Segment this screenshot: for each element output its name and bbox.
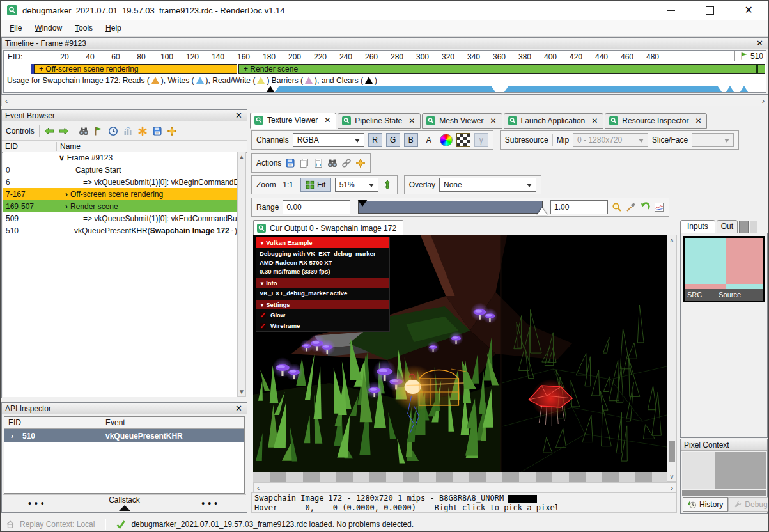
event-row[interactable]: 0Capture Start [3,164,237,176]
usage-event-marker[interactable] [265,86,276,93]
open-custom-shader-button[interactable] [313,158,323,168]
menu-help[interactable]: Help [99,21,128,35]
viewport-vscrollbar[interactable]: ∧ ∨ [667,235,677,482]
zoom-fit-button[interactable]: Fit [300,178,331,192]
menu-tools[interactable]: Tools [68,21,99,35]
scroll-up-icon[interactable]: ∧ [669,237,674,244]
close-tab-icon[interactable]: ✕ [490,116,496,125]
eid-tick[interactable]: 140 [212,52,224,61]
eid-tick[interactable]: 220 [314,52,327,61]
tab-mesh-viewer[interactable]: Mesh Viewer✕ [422,113,502,129]
copy-button[interactable] [299,158,309,168]
usage-event-marker[interactable] [739,86,749,93]
close-tab-icon[interactable]: ✕ [591,116,598,125]
zoom-level-select[interactable]: 51% [335,178,378,192]
flip-y-button[interactable] [382,180,392,190]
viewport-hscrollbar[interactable]: ‹ › [253,482,677,492]
eid-tick[interactable]: 160 [237,52,250,61]
eid-tick[interactable]: 380 [518,52,531,61]
close-panel-icon[interactable]: ✕ [234,111,244,120]
eid-tick[interactable]: 80 [137,52,145,61]
overlay-select[interactable]: None [439,178,536,192]
tab-launch-application[interactable]: Launch Application✕ [504,113,604,129]
open-resource-button[interactable] [341,158,352,168]
eid-tick[interactable]: 360 [493,52,506,61]
eid-tick[interactable]: 280 [391,52,403,61]
extensions-button[interactable] [355,158,366,168]
api-event-row[interactable]: › 510 vkQueuePresentKHR [4,429,244,442]
range-slider[interactable] [358,201,543,214]
range-black-point-handle[interactable] [357,199,368,207]
usage-event-marker[interactable] [725,86,735,93]
tab-scroll-button[interactable] [750,221,757,233]
usage-span-marker[interactable] [274,86,497,93]
debug-button[interactable]: Debug [728,497,769,512]
eid-tick[interactable]: 180 [263,52,276,61]
close-panel-icon[interactable]: ✕ [755,39,765,47]
eid-tick[interactable]: 480 [646,52,659,61]
eid-tick[interactable]: 200 [288,52,301,61]
eid-tick[interactable]: 340 [467,52,480,61]
chevron-right-icon[interactable]: › [11,432,13,441]
expand-callstack-icon[interactable] [119,505,130,511]
tab-resource-inspector[interactable]: Resource Inspector✕ [605,113,707,129]
range-min-input[interactable]: 0.00 [283,200,350,214]
eid-tick[interactable]: 120 [186,52,199,61]
close-panel-icon[interactable]: ✕ [234,404,244,412]
eid-tick[interactable]: 440 [595,52,608,61]
tab-inputs[interactable]: Inputs [680,220,715,233]
menu-file[interactable]: File [3,21,28,35]
range-max-input[interactable]: 1.00 [550,200,608,214]
red-channel-button[interactable]: R [368,133,382,147]
event-row[interactable]: 509=> vkQueueSubmit(1)[0]: vkEndCommandB… [3,212,237,224]
input-thumbnail[interactable]: SRC Source [683,236,765,302]
eid-tick[interactable]: 100 [160,52,173,61]
mip-select[interactable]: 0 - 1280x720 [573,133,648,147]
bookmark-button[interactable] [137,126,148,136]
event-row[interactable]: 6=> vkQueueSubmit(1)[0]: vkBeginCommandB… [3,176,237,188]
eid-tick[interactable]: 260 [365,52,378,61]
slice-select[interactable] [692,133,734,147]
range-white-point-handle[interactable] [537,208,547,215]
green-channel-button[interactable]: G [386,133,400,147]
blue-channel-button[interactable]: B [404,133,418,147]
vscroll-thumb[interactable] [669,441,675,462]
tab-outputs[interactable]: Out [717,220,738,233]
zoom-range-button[interactable] [612,202,622,212]
eid-tick[interactable]: 460 [621,52,633,61]
save-texture-button[interactable] [285,158,295,168]
scroll-down-icon[interactable]: ▼ [238,388,245,395]
chevron-right-icon[interactable]: › [65,202,68,211]
eid-tick[interactable]: 20 [60,52,68,61]
scroll-left-icon[interactable]: ‹ [5,96,8,106]
close-tab-icon[interactable]: ✕ [695,116,701,125]
scroll-left-icon[interactable]: ‹ [257,483,260,492]
menu-window[interactable]: Window [28,21,68,35]
checkerboard-background-button[interactable] [456,133,470,147]
eid-tick[interactable]: 320 [442,52,454,61]
callstack-bar[interactable]: ••• Callstack ••• [3,494,246,512]
extensions-button[interactable] [167,126,177,136]
replay-context-label[interactable]: Replay Context: Local [20,520,95,529]
export-button[interactable] [152,126,162,136]
pixel-context-preview[interactable] [682,452,766,489]
time-actions-button[interactable] [108,126,118,136]
stats-button[interactable] [123,126,133,136]
event-row[interactable]: 7-167›Off-screen scene rendering [3,188,237,200]
scroll-right-icon[interactable]: › [762,96,765,106]
close-button[interactable]: ✕ [745,5,753,15]
alpha-channel-button[interactable]: A [422,133,436,147]
event-row[interactable]: 510vkQueuePresentKHR( Swapchain Image 17… [3,224,237,237]
chevron-down-icon[interactable]: ∨ [59,153,65,162]
scroll-down-icon[interactable]: ∨ [669,473,674,480]
reset-range-button[interactable] [640,202,650,212]
step-forward-button[interactable] [59,126,69,136]
timeline-hscrollbar[interactable]: ‹ › [1,95,768,106]
eid-tick[interactable]: 300 [416,52,429,61]
autofit-button[interactable] [626,202,636,212]
timeline-bar-offscreen[interactable]: + Off-screen scene rendering [34,64,237,74]
histogram-button[interactable] [654,202,664,212]
chevron-right-icon[interactable]: › [65,190,68,199]
minimize-button[interactable] [667,10,675,11]
eid-tick[interactable]: 420 [570,52,582,61]
